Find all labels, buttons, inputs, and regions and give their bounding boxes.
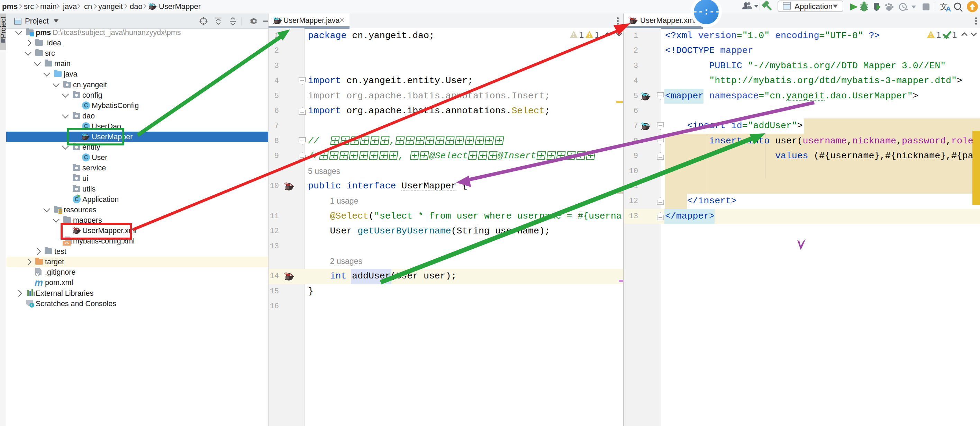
svg-text:--:--: --:--	[692, 7, 720, 17]
